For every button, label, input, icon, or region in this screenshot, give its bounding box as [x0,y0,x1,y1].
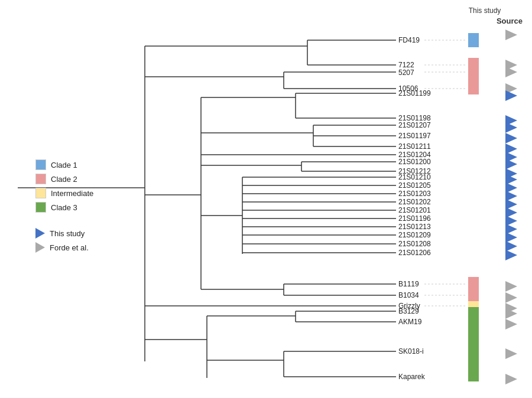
label-21s01203: 21S01203 [398,190,431,198]
legend-this-study: This study [35,228,142,239]
label-5207: 5207 [398,68,414,77]
arrow-akm19 [505,319,517,330]
label-21s01211: 21S01211 [398,142,431,151]
this-study-header: This study [469,6,501,15]
legend-clade3: Clade 3 [35,202,142,213]
label-21s01196: 21S01196 [398,214,431,223]
label-b3129: B3129 [398,307,419,315]
legend-forde: Forde et al. [35,242,142,253]
label-21s01201: 21S01201 [398,206,431,214]
arrow-21s01209 [505,232,517,243]
swatch-clade2-bottom [468,277,479,302]
legend-clade2: Clade 2 [35,174,142,184]
arrow-21s01206 [505,250,517,260]
label-21s01213: 21S01213 [398,223,431,231]
legend: Clade 1 Clade 2 Intermediate Clade 3 Thi… [35,159,142,256]
swatch-clade2-top [468,58,479,94]
swatch-fd419 [468,33,479,47]
clade3-swatch [35,202,46,213]
label-21s01197: 21S01197 [398,132,431,140]
swatch-clade3 [468,307,479,381]
label-21s01207: 21S01207 [398,121,431,129]
label-akm19: AKM19 [398,318,422,326]
label-kaparek: Kaparek [398,373,426,381]
arrow-sk018i [505,348,517,359]
clade3-label: Clade 3 [51,203,77,212]
label-sk018i: SK018-i [398,347,424,355]
label-21s01205: 21S01205 [398,181,431,190]
intermediate-swatch [35,188,46,198]
label-b1034: B1034 [398,291,419,299]
clade1-label: Clade 1 [51,161,77,169]
legend-intermediate: Intermediate [35,188,142,198]
label-7122: 7122 [398,61,414,69]
label-b1119: B1119 [398,280,419,288]
arrow-21s01196 [505,216,517,226]
arrow-21s01197 [505,133,517,143]
this-study-arrow-icon [35,228,45,239]
forde-arrow-icon [35,242,45,253]
main-container: This study Source [0,0,532,398]
arrow-21s01208 [505,241,517,252]
label-21s01210: 21S01210 [398,173,431,181]
arrow-21s01203 [505,191,517,201]
arrow-21s01200 [505,159,517,169]
arrow-21s01205 [505,182,517,193]
arrow-21s01207 [505,122,517,133]
label-21s01206: 21S01206 [398,249,431,257]
legend-clade1: Clade 1 [35,159,142,170]
arrow-b1119 [505,281,517,292]
arrow-b1034 [505,292,517,303]
label-21s01209: 21S01209 [398,231,431,239]
arrow-fd419 [505,30,517,40]
intermediate-label: Intermediate [51,189,93,198]
arrow-kaparek [505,374,517,384]
this-study-arrow-label: This study [50,229,85,238]
arrow-5207 [505,67,517,77]
label-21s01200: 21S01200 [398,158,431,166]
label-fd419: FD419 [398,36,420,44]
arrow-21s01211 [505,143,517,154]
clade2-swatch [35,174,46,184]
clade1-swatch [35,159,46,170]
label-21s01202: 21S01202 [398,198,431,206]
arrow-21s01213 [505,224,517,234]
clade2-label: Clade 2 [51,175,77,184]
label-21s01199: 21S01199 [398,89,431,97]
forde-arrow-label: Forde et al. [50,243,89,252]
source-header: Source [497,17,523,25]
label-21s01208: 21S01208 [398,240,431,248]
arrow-21s01202 [505,199,517,210]
arrow-21s01201 [505,207,517,218]
arrow-21s01199 [505,90,517,101]
